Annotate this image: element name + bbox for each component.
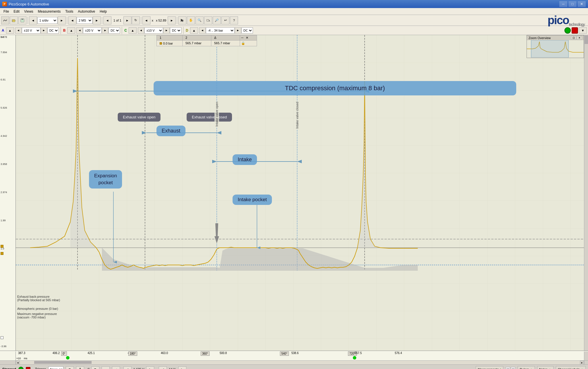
ch-b-next[interactable]: ► xyxy=(102,27,108,34)
maximize-button[interactable]: □ xyxy=(568,1,577,7)
save-btn[interactable] xyxy=(18,16,26,24)
close-button[interactable]: ✕ xyxy=(578,1,586,7)
menu-tools[interactable]: Tools xyxy=(63,9,76,14)
samples-next[interactable]: ► xyxy=(93,16,101,24)
channel-select-group: C ▼ xyxy=(86,366,99,369)
ch-a-next[interactable]: ► xyxy=(41,27,47,34)
notes-status-btn[interactable]: Notes ▲ xyxy=(537,366,554,369)
ch-b-prev[interactable]: ◄ xyxy=(76,27,83,34)
scroll-left-btn[interactable]: ◄ xyxy=(16,361,20,365)
stop-status-btn[interactable] xyxy=(26,367,30,369)
help-btn[interactable]: ? xyxy=(230,16,238,24)
zoom-prev[interactable]: ◄ xyxy=(142,16,150,24)
menu-edit[interactable]: Edit xyxy=(11,9,22,14)
stop-btn[interactable] xyxy=(572,27,578,34)
trigger-select[interactable]: None xyxy=(48,366,63,369)
channel-a-arrow-btn[interactable]: ▲ xyxy=(6,27,14,34)
zoom-overview-controls: ⊡ ✕ xyxy=(571,36,582,40)
time-div-select[interactable]: 1 s/div xyxy=(37,17,57,24)
play-btn[interactable] xyxy=(18,367,24,369)
meas-minimize-btn[interactable]: ─ xyxy=(240,35,245,40)
channel-d-arrow-btn[interactable]: ▲ xyxy=(190,27,198,34)
trigger-edge-btn[interactable]: ⟋ xyxy=(112,366,120,369)
status-bar: Stopped Trigger None ▼ C ▼ ~ ⟋ ◄ 1.675 V… xyxy=(0,364,588,369)
x-label-576: 576.4 xyxy=(395,351,402,355)
meas-icon-1[interactable]: □ xyxy=(506,367,510,369)
zoom-next[interactable]: ► xyxy=(168,16,176,24)
ch-a-coupling[interactable]: DC xyxy=(47,27,59,34)
ch-c-next[interactable]: ► xyxy=(163,27,170,34)
channel-c-arrow-btn[interactable]: ▲ xyxy=(129,27,137,34)
ch-a-voltage[interactable]: ±10 V xyxy=(22,27,40,34)
menu-views[interactable]: Views xyxy=(22,9,36,14)
zoom-overview-preview xyxy=(527,40,584,57)
degree-0-marker: 0° xyxy=(61,351,67,356)
zoom-restore-btn[interactable]: ⊡ xyxy=(571,36,576,40)
page-refresh[interactable]: ↻ xyxy=(132,16,140,24)
ch-d-prev[interactable]: ◄ xyxy=(199,27,206,34)
page-next[interactable]: ► xyxy=(123,16,131,24)
ch-c-voltage[interactable]: ±10 V xyxy=(144,27,163,34)
x-label-425: 425.1 xyxy=(88,351,95,355)
meas-lock[interactable]: 🔒 xyxy=(240,41,246,46)
meas-header: 1 2 Δ ─ ✕ xyxy=(157,35,257,41)
voltage-next[interactable]: ► xyxy=(146,366,154,369)
exhaust-valve-closed-text: Exhaust valve closed xyxy=(192,115,227,119)
notes-icon: ▲ xyxy=(548,368,552,369)
title-bar: P PicoScope 6 Automotive ─ □ ✕ xyxy=(0,0,588,8)
cursor-select-btn[interactable] xyxy=(178,16,186,24)
ch-b-voltage[interactable]: ±20 V xyxy=(83,27,102,34)
page-prev[interactable]: ◄ xyxy=(103,16,111,24)
time-prev[interactable]: ◄ xyxy=(29,16,37,24)
ch-d-coupling[interactable]: DC xyxy=(241,27,253,34)
svg-rect-16 xyxy=(531,40,568,57)
trigger-arrow-btn[interactable]: ▼ xyxy=(66,366,74,369)
channel-c-controls: ◄ ±10 V ► DC xyxy=(138,27,181,34)
trigger-wave-btn[interactable]: ~ xyxy=(102,366,110,369)
cursor-pan-btn[interactable]: ✋ xyxy=(187,16,195,24)
open-btn[interactable] xyxy=(10,16,18,24)
scrollbar-h-thumb[interactable] xyxy=(34,361,92,364)
zoom-preview-svg xyxy=(527,40,584,57)
voltage-prev[interactable]: ◄ xyxy=(123,366,131,369)
rulers-status-btn[interactable]: Rulers ▲ xyxy=(518,366,535,369)
ch-a-prev[interactable]: ◄ xyxy=(15,27,22,34)
time-next[interactable]: ► xyxy=(58,16,66,24)
menu-automotive[interactable]: Automotive xyxy=(76,9,97,14)
ch-options-btn[interactable]: ▼ xyxy=(579,27,587,34)
ch-b-coupling[interactable]: DC xyxy=(109,27,120,34)
zoom-out-btn[interactable]: 🔎 xyxy=(213,16,221,24)
ch-c-coupling[interactable]: DC xyxy=(170,27,181,34)
scrollbar-thumb[interactable] xyxy=(585,35,588,44)
ch-c-prev[interactable]: ◄ xyxy=(138,27,144,34)
zoom-box-btn[interactable] xyxy=(204,16,212,24)
percent-prev[interactable]: ◄ xyxy=(159,366,167,369)
mode-btn-1[interactable] xyxy=(1,16,9,24)
ch-d-next[interactable]: ► xyxy=(235,27,241,34)
trigger-icon-btn[interactable] xyxy=(76,366,84,369)
record-btn[interactable] xyxy=(564,27,571,34)
page-indicator: 1 of 1 xyxy=(112,19,123,22)
channel-b-controls: ◄ ±20 V ► DC xyxy=(76,27,120,34)
channel-a-label: A xyxy=(2,28,4,32)
menu-measurements[interactable]: Measurements xyxy=(36,9,63,14)
ch-select-arrow[interactable]: ▼ xyxy=(91,366,99,369)
minimize-button[interactable]: ─ xyxy=(559,1,567,7)
menu-file[interactable]: File xyxy=(1,9,11,14)
percent-next[interactable]: ► xyxy=(178,366,186,369)
zoom-close-btn[interactable]: ✕ xyxy=(577,36,582,40)
meas-close-btn[interactable]: ✕ xyxy=(245,35,249,40)
zoom-in-btn[interactable]: 🔍 xyxy=(196,16,204,24)
scrollbar-track[interactable] xyxy=(20,361,580,364)
measurements-status-btn[interactable]: Measurements + xyxy=(476,366,503,369)
undo-btn[interactable]: ↩ xyxy=(221,16,229,24)
channel-labels-status-btn[interactable]: Channel Labels ▲ xyxy=(556,366,586,369)
samples-prev[interactable]: ◄ xyxy=(68,16,76,24)
menu-help[interactable]: Help xyxy=(97,9,109,14)
channel-b-arrow-btn[interactable]: ▲ xyxy=(67,27,75,34)
scroll-right-btn[interactable]: ► xyxy=(580,361,584,365)
meas-icon-2[interactable]: □ xyxy=(511,367,515,369)
scrollbar-vertical[interactable] xyxy=(584,35,588,351)
ch-d-voltage[interactable]: -4 .. 34 bar xyxy=(206,27,235,34)
samples-select[interactable]: 2 MS xyxy=(77,17,92,24)
